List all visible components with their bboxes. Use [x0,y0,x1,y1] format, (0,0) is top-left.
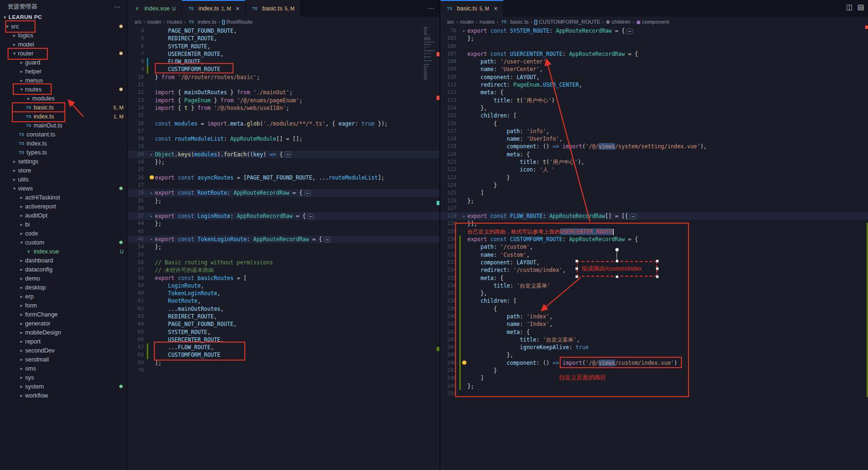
code-line-56[interactable]: 56// Basic routing without permissions [128,259,439,266]
code-line-66[interactable]: 66 USERCENTER_ROUTE, [128,336,439,343]
code-line-19[interactable]: 19 [128,143,439,150]
tree-item-routes[interactable]: ▾routes [0,85,127,94]
code-line-63[interactable]: 63 REDIRECT_ROUTE, [128,313,439,320]
code-line-5[interactable]: 5 REDIRECT_ROUTE, [128,35,439,42]
tree-item-helper[interactable]: ▸helper [0,67,127,76]
code-line-6[interactable]: 6 SYSTEM_ROUTE, [128,43,439,50]
code-line-69[interactable]: 69]; [128,359,439,367]
code-line-125[interactable]: 125 ] [440,189,868,197]
fold-column[interactable]: ▸ [148,151,155,158]
breadcrumb-item-router[interactable]: router [460,19,474,25]
code-line-240[interactable]: 240 path: 'index', [440,313,868,320]
breadcrumb-item-basic.ts[interactable]: TSbasic.ts [500,18,528,26]
breadcrumb-item-src[interactable]: src [447,19,454,25]
tree-item-src[interactable]: ▾src [0,22,127,31]
close-tab-icon[interactable]: × [236,5,240,12]
code-line-62[interactable]: 62 ...mainOutRoutes, [128,305,439,313]
folded-code-icon[interactable]: ⋯ [285,152,291,157]
tree-item-index.vue[interactable]: Vindex.vueU [0,247,127,256]
code-line-120[interactable]: 120 meta: { [440,151,868,158]
lightbulb-icon[interactable] [150,175,154,180]
tree-item-generator[interactable]: ▸generator [0,319,127,328]
fold-column[interactable]: ▸ [461,27,467,35]
code-line-61[interactable]: 61 RootRoute, [128,297,439,305]
code-line-236[interactable]: 236 title: '自定义菜单' [440,282,868,289]
code-line-115[interactable]: 115 children: [ [440,112,868,119]
code-line-249[interactable]: 249}; [440,382,868,390]
tree-item-index.ts[interactable]: TSindex.ts [0,139,127,148]
breadcrumb-item-index.ts[interactable]: TSindex.ts [188,18,216,26]
tree-item-sms[interactable]: ▸sms [0,364,127,373]
code-line-60[interactable]: 60 TokenLoginRoute, [128,289,439,297]
code-line-231[interactable]: 231 path: '/custom', [440,243,868,251]
code-line-114[interactable]: 114 }, [440,104,868,112]
code-line-76[interactable]: 76▸export const SYSTEM_ROUTE: AppRouteRe… [440,27,868,35]
folded-code-icon[interactable]: ⋯ [304,190,311,196]
code-line-16[interactable]: 16const modules = import.meta.glob('./mo… [128,120,439,127]
tree-item-types.ts[interactable]: TStypes.ts [0,148,127,157]
code-line-242[interactable]: 242 meta: { [440,328,868,336]
code-line-122[interactable]: 122 icon: '人 ' [440,166,868,173]
more-actions-icon[interactable]: ⋯ [114,3,121,10]
tab-index.ts[interactable]: TSindex.ts1, M× [182,0,246,17]
tree-item-index.ts[interactable]: TSindex.ts1, M [0,112,127,121]
code-line-116[interactable]: 116 { [440,120,868,127]
tree-item-auditOpt[interactable]: ▸auditOpt [0,211,127,220]
fold-column[interactable]: ▸ [148,212,155,220]
code-line-17[interactable]: 17 [128,127,439,135]
code-line-12[interactable]: 12import { mainOutRoutes } from './mainO… [128,89,439,96]
code-line-228[interactable]: 228}]; [440,220,868,227]
code-line-45[interactable]: 45 [128,228,439,235]
code-line-37[interactable]: 37▸export const LoginRoute: AppRouteReco… [128,212,439,220]
code-line-4[interactable]: 4 PAGE_NOT_FOUND_ROUTE, [128,27,439,35]
breadcrumb-item-router[interactable]: router [147,19,161,25]
code-line-245[interactable]: 245 }, [440,351,868,359]
code-line-107[interactable]: 107export const USERCENTER_ROUTE: AppRou… [440,50,868,58]
code-line-10[interactable]: 10} from '/@/router/routes/basic'; [128,73,439,81]
tree-item-constant.ts[interactable]: TSconstant.ts [0,130,127,139]
lightbulb-icon[interactable] [462,361,466,365]
tree-item-bi[interactable]: ▸bi [0,220,127,229]
folded-code-icon[interactable]: ⋯ [308,214,314,219]
code-line-110[interactable]: 110 component: LAYOUT, [440,73,868,81]
code-line-112[interactable]: 112 meta: { [440,89,868,96]
code-line-67[interactable]: 67 ...FLOW_ROUTE, [128,343,439,351]
split-editor-icon[interactable]: ◫ [846,3,853,11]
code-line-229[interactable]: 229自己定义的路由，格式可以参考上面的USERCENTER_ROUTE [440,228,868,235]
code-line-27[interactable]: 27 [128,181,439,189]
code-line-121[interactable]: 121 title: t('用户中心'), [440,158,868,166]
folded-code-icon[interactable]: ⋯ [324,237,330,243]
code-line-65[interactable]: 65 SYSTEM_ROUTE, [128,328,439,336]
code-line-105[interactable]: 105}; [440,35,868,42]
code-line-237[interactable]: 237 }, [440,289,868,297]
tree-item-actHiTaskinst[interactable]: ▸actHiTaskinst [0,193,127,202]
code-line-11[interactable]: 11 [128,81,439,89]
code-line-18[interactable]: 18const routeModuleList: AppRouteModule[… [128,135,439,143]
breadcrumb-item-RootRoute[interactable]: []RootRoute [222,19,253,25]
code-line-235[interactable]: 235 meta: { [440,274,868,282]
code-line-15[interactable]: 15 [128,112,439,119]
tree-item-settings[interactable]: ▸settings [0,157,127,166]
fold-column[interactable]: ▸ [148,235,155,243]
code-line-28[interactable]: 28▸export const RootRoute: AppRouteRecor… [128,189,439,197]
code-line-113[interactable]: 113 title: t('用户中心') [440,97,868,104]
code-line-59[interactable]: 59 LoginRoute, [128,282,439,289]
more-actions-icon[interactable]: ⋯ [428,4,435,12]
code-line-46[interactable]: 46▸export const TokenLoginRoute: AppRout… [128,235,439,243]
tab-basic.ts[interactable]: TSbasic.ts5, M [246,0,301,17]
code-line-54[interactable]: 54}; [128,243,439,251]
tab-basic.ts[interactable]: TSbasic.ts5, M× [440,0,504,17]
code-line-24[interactable]: 24}); [128,158,439,166]
tab-index.vue[interactable]: Vindex.vueU [128,0,182,17]
tree-item-erp[interactable]: ▸erp [0,292,127,301]
folded-code-icon[interactable]: ⋯ [630,214,636,219]
code-line-8[interactable]: 8 FLOW_ROUTE, [128,58,439,65]
breadcrumb-item-children[interactable]: ⚙children [606,19,631,25]
code-line-111[interactable]: 111 redirect: PageEnum.USER_CENTER, [440,81,868,89]
tree-item-menus[interactable]: ▸menus [0,76,127,85]
code-line-128[interactable]: 128▸export const FLOW_ROUTE: AppRouteRec… [440,212,868,220]
code-line-20[interactable]: 20▸Object.keys(modules).forEach((key) =>… [128,151,439,158]
breadcrumb-item-routes[interactable]: routes [480,19,495,25]
tree-item-activereport[interactable]: ▸activereport [0,202,127,211]
breadcrumb-item-src[interactable]: src [134,19,142,25]
